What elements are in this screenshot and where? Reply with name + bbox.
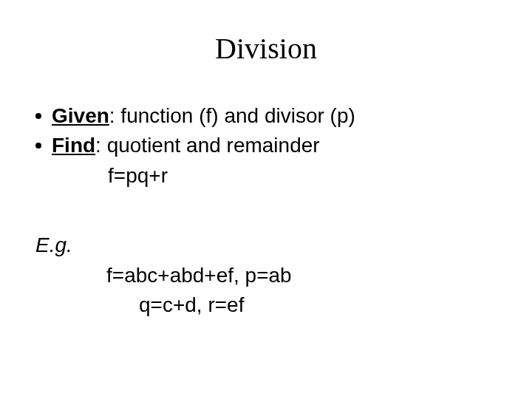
example-label: E.g. bbox=[35, 232, 502, 259]
slide-title: Division bbox=[0, 31, 532, 66]
given-rest: : function (f) and divisor (p) bbox=[109, 104, 355, 127]
find-label: Find bbox=[52, 134, 95, 157]
bullet-given: Given: function (f) and divisor (p) bbox=[35, 103, 502, 129]
given-label: Given bbox=[52, 104, 109, 127]
equation-main: f=pq+r bbox=[35, 163, 502, 189]
find-rest: : quotient and remainder bbox=[95, 134, 320, 157]
bullet-dot-icon bbox=[35, 143, 41, 149]
bullet-find-text: Find: quotient and remainder bbox=[52, 132, 320, 159]
equation-example-1: f=abc+abd+ef, p=ab bbox=[35, 262, 502, 289]
equation-example-2: q=c+d, r=ef bbox=[35, 292, 502, 318]
bullet-dot-icon bbox=[35, 113, 41, 119]
slide: Division Given: function (f) and divisor… bbox=[0, 31, 532, 399]
slide-content: Given: function (f) and divisor (p) Find… bbox=[0, 103, 532, 318]
bullet-given-text: Given: function (f) and divisor (p) bbox=[52, 103, 355, 129]
bullet-find: Find: quotient and remainder bbox=[35, 132, 502, 159]
